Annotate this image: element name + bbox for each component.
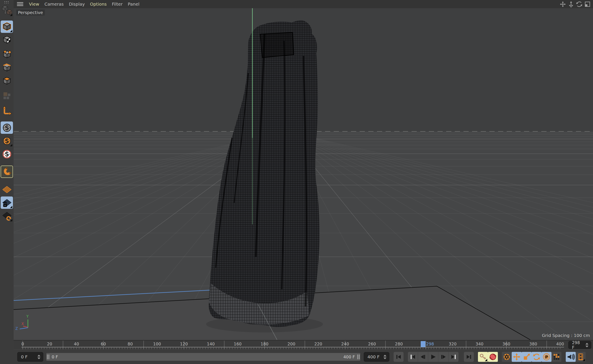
go-to-start-icon <box>395 353 402 361</box>
lock-workplane-icon <box>2 198 12 208</box>
go-to-next-key-icon <box>450 353 457 361</box>
range-end-handle[interactable] <box>357 354 358 359</box>
start-frame-value[interactable]: 0 F <box>18 354 36 359</box>
hamburger-menu-icon[interactable] <box>17 2 23 6</box>
tweak-mode-button[interactable] <box>1 90 13 102</box>
dolly-icon[interactable] <box>568 1 574 7</box>
go-to-next-frame-icon <box>440 353 447 361</box>
range-end-label: 400 F <box>343 354 355 359</box>
end-frame-value[interactable]: 400 F <box>364 354 382 359</box>
model-mode-button[interactable] <box>1 20 13 33</box>
go-to-previous-key-button[interactable] <box>408 352 418 362</box>
solo-hierarchy-icon <box>2 149 12 159</box>
end-frame-field[interactable]: 400 F <box>364 352 389 362</box>
workplane-icon <box>2 185 12 195</box>
menu-item-filter[interactable]: Filter <box>112 1 123 7</box>
viewport-camera-label[interactable]: Perspective <box>16 10 45 16</box>
make-editable-button[interactable] <box>1 4 13 17</box>
svg-text:280: 280 <box>395 342 403 346</box>
solo-single-button[interactable] <box>1 135 13 147</box>
record-scale-button[interactable] <box>522 352 532 362</box>
record-pla-button[interactable] <box>552 352 561 362</box>
svg-text:60: 60 <box>101 342 106 346</box>
svg-text:0: 0 <box>21 342 24 346</box>
svg-text:20: 20 <box>47 342 52 346</box>
svg-text:80: 80 <box>128 342 133 346</box>
timeline-ruler[interactable]: 0204060801001201401601802002202402602803… <box>0 340 593 349</box>
workplane-button[interactable] <box>1 183 13 196</box>
menu-item-panel[interactable]: Panel <box>128 1 139 7</box>
render-preview-icon <box>577 353 585 361</box>
pan-icon[interactable] <box>560 1 566 7</box>
current-frame-field[interactable]: 298 F <box>568 341 591 349</box>
lock-workplane-button[interactable] <box>1 196 13 209</box>
current-frame-value[interactable]: 298 F <box>569 340 584 350</box>
menu-item-view[interactable]: View <box>29 1 39 7</box>
left-mode-toolbar <box>0 0 14 364</box>
keying-options-button[interactable] <box>502 352 512 362</box>
texture-mode-button[interactable] <box>1 34 13 46</box>
points-mode-button[interactable] <box>1 48 13 61</box>
orbit-icon[interactable] <box>576 1 583 7</box>
points-mode-icon <box>2 50 12 60</box>
menu-item-options[interactable]: Options <box>90 1 107 7</box>
play-forwards-icon <box>429 353 437 361</box>
play-forwards-button[interactable] <box>428 352 438 362</box>
solo-hierarchy-button[interactable] <box>1 148 13 160</box>
edges-mode-button[interactable] <box>1 62 13 74</box>
maximize-icon[interactable] <box>584 1 591 7</box>
interactive-workplane-button[interactable] <box>1 210 13 222</box>
go-to-next-key-button[interactable] <box>448 352 459 362</box>
viewport-scene[interactable]: Y Z X <box>14 8 593 340</box>
current-frame-stepper[interactable] <box>584 343 591 347</box>
record-parameter-button[interactable] <box>541 352 552 362</box>
record-rotation-icon <box>533 353 541 361</box>
playhead-frame-label: 298 <box>426 342 434 346</box>
preview-range-slider[interactable]: 0 F 400 F <box>46 353 360 361</box>
autokeying-button[interactable] <box>488 352 498 362</box>
range-end-handle2[interactable] <box>359 354 360 359</box>
svg-text:360: 360 <box>502 342 510 346</box>
go-to-start-button[interactable] <box>394 352 403 362</box>
make-editable-icon <box>2 6 12 16</box>
cloth-collar <box>260 32 294 58</box>
menu-item-cameras[interactable]: Cameras <box>44 1 64 7</box>
sound-icon <box>567 353 575 361</box>
perspective-viewport[interactable]: Y Z X Perspective Grid Spacing : 100 cm <box>14 8 593 340</box>
end-frame-stepper[interactable] <box>382 355 389 359</box>
tweak-mode-icon <box>2 91 12 101</box>
svg-text:160: 160 <box>234 342 242 346</box>
svg-text:140: 140 <box>207 342 215 346</box>
record-keyframe-button[interactable] <box>478 352 488 362</box>
go-to-end-button[interactable] <box>464 352 474 362</box>
snap-icon <box>2 167 12 177</box>
viewport-menu-bar: ViewCamerasDisplayOptionsFilterPanel <box>14 0 593 8</box>
polygons-mode-button[interactable] <box>1 75 13 87</box>
interactive-workplane-icon <box>2 211 12 221</box>
record-keyframe-icon <box>479 353 487 361</box>
record-scale-icon <box>522 353 531 361</box>
start-frame-stepper[interactable] <box>36 355 43 359</box>
snap-button[interactable] <box>1 166 13 178</box>
menu-item-display[interactable]: Display <box>69 1 85 7</box>
playhead-marker[interactable] <box>421 341 425 347</box>
start-frame-field[interactable]: 0 F <box>17 352 43 362</box>
svg-text:380: 380 <box>529 342 537 346</box>
svg-text:260: 260 <box>368 342 376 346</box>
toolbar-drag-handle[interactable] <box>4 1 10 3</box>
record-position-button[interactable] <box>512 352 522 362</box>
viewport-nav-icons <box>560 1 593 7</box>
range-start-handle[interactable] <box>47 354 48 359</box>
animation-toolbar: 0 F 0 F 400 F 400 F <box>0 349 593 364</box>
sound-button[interactable] <box>566 352 576 362</box>
axis-mode-button[interactable] <box>1 104 13 117</box>
record-pla-icon <box>552 353 560 361</box>
range-start-handle2[interactable] <box>48 354 49 359</box>
go-to-next-frame-button[interactable] <box>438 352 448 362</box>
go-to-previous-frame-button[interactable] <box>418 352 428 362</box>
render-preview-button[interactable] <box>576 352 586 362</box>
model-mode-icon <box>2 22 12 32</box>
playback-button-group <box>408 352 459 362</box>
record-rotation-button[interactable] <box>532 352 541 362</box>
solo-off-button[interactable] <box>1 122 13 134</box>
